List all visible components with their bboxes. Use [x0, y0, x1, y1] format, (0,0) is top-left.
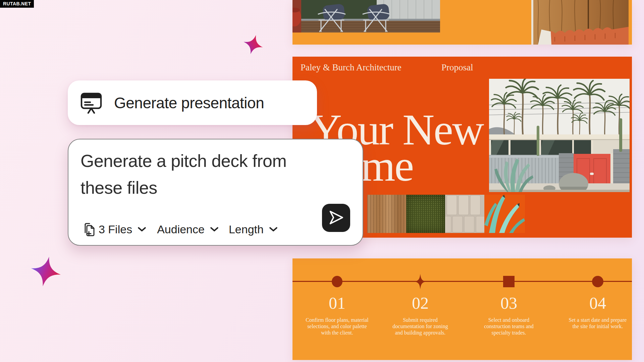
proposal-company-name: Paley & Burch Architecture — [301, 62, 401, 73]
timeline-marker-star — [414, 274, 426, 291]
milestone-text: Submit required documentation for zoning… — [388, 317, 452, 336]
timeline-marker-circle — [592, 276, 603, 287]
prompt-card[interactable]: Generate a pitch deck from these files — [68, 139, 363, 246]
chevron-down-icon — [138, 227, 146, 232]
chip-label: Generate presentation — [114, 94, 264, 112]
prompt-text[interactable]: Generate a pitch deck from these files — [80, 147, 286, 201]
add-files-icon — [83, 222, 96, 237]
files-dropdown-label: 3 Files — [99, 223, 132, 236]
send-icon — [327, 209, 345, 227]
photo-chrome-chairs — [292, 0, 440, 33]
milestone-number: 01 — [305, 294, 369, 312]
milestone-number: 02 — [388, 294, 452, 312]
chevron-down-icon — [210, 227, 219, 232]
milestone-text: Select and onboard construction teams an… — [477, 317, 541, 336]
milestone-number: 03 — [477, 294, 541, 312]
prompt-line-1: Generate a pitch deck from — [80, 147, 286, 174]
files-dropdown[interactable]: 3 Files — [83, 222, 146, 237]
photo-wood-panel-sofa — [531, 0, 629, 45]
prompt-line-2: these files — [80, 174, 286, 201]
timeline-line — [292, 281, 632, 282]
milestone-4: 04 Set a start date and prepare the site… — [566, 294, 630, 329]
milestone-text: Confirm floor plans, material selections… — [305, 317, 369, 336]
swatch-beige-tile — [445, 195, 484, 233]
watermark: RUTAB.NET — [0, 0, 34, 8]
audience-dropdown-label: Audience — [157, 223, 205, 236]
proposal-doc-label: Proposal — [441, 62, 473, 73]
timeline-marker-square — [503, 276, 515, 287]
material-swatches — [367, 195, 525, 233]
swatch-agave-photo — [484, 195, 525, 233]
send-button[interactable] — [322, 204, 350, 232]
swatch-green-fabric — [406, 195, 445, 233]
firefly-sparkle-icon — [240, 31, 266, 58]
timeline-marker-circle — [332, 276, 342, 287]
prompt-controls: 3 Files Audience Length — [83, 221, 278, 237]
milestone-3: 03 Select and onboard construction teams… — [477, 294, 541, 336]
generate-presentation-chip[interactable]: Generate presentation — [68, 80, 317, 125]
presentation-icon — [80, 92, 103, 114]
milestone-1: 01 Confirm floor plans, material selecti… — [305, 294, 369, 336]
slide-preview-top — [292, 0, 632, 45]
slide-preview-timeline: 01 Confirm floor plans, material selecti… — [292, 258, 632, 360]
length-dropdown-label: Length — [229, 223, 264, 236]
length-dropdown[interactable]: Length — [229, 223, 278, 236]
milestone-2: 02 Submit required documentation for zon… — [388, 294, 452, 336]
photo-palm-springs-house — [489, 79, 630, 192]
chevron-down-icon — [269, 227, 278, 232]
firefly-sparkle-icon — [27, 252, 65, 290]
milestone-number: 04 — [566, 294, 630, 312]
audience-dropdown[interactable]: Audience — [157, 223, 219, 236]
swatch-wood — [367, 195, 406, 233]
generate-presentation-promo: Paley & Burch Architecture Proposal Your… — [0, 0, 644, 362]
milestone-text: Set a start date and prepare the site fo… — [566, 317, 630, 329]
